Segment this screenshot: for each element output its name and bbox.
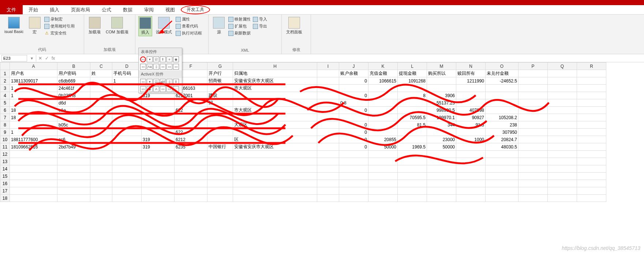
cell[interactable] bbox=[486, 173, 518, 180]
cell[interactable] bbox=[175, 187, 207, 195]
cell[interactable] bbox=[339, 158, 368, 165]
cell[interactable] bbox=[142, 151, 175, 158]
xml-source-button[interactable]: 源 bbox=[211, 16, 226, 36]
cell[interactable]: 50000 bbox=[368, 143, 398, 151]
spinner-control-icon[interactable]: ⇕ bbox=[160, 56, 166, 62]
cell[interactable] bbox=[207, 195, 233, 202]
cell[interactable] bbox=[577, 121, 606, 129]
cell[interactable]: 8 bbox=[398, 92, 427, 99]
cell[interactable] bbox=[57, 187, 90, 195]
cell[interactable] bbox=[577, 85, 606, 92]
cell[interactable]: 开户行 bbox=[207, 70, 233, 77]
ax-text-icon[interactable]: ▯ bbox=[166, 79, 172, 85]
col-header[interactable]: J bbox=[339, 63, 368, 70]
row-header[interactable]: 8 bbox=[0, 121, 10, 129]
ax-image-icon[interactable]: ▭ bbox=[160, 86, 166, 92]
cell[interactable] bbox=[518, 92, 548, 99]
cell[interactable] bbox=[339, 187, 368, 195]
cell[interactable] bbox=[10, 99, 57, 107]
import-button[interactable]: 导入 bbox=[253, 16, 267, 22]
run-dialog-button[interactable]: 执行对话框 bbox=[176, 30, 202, 36]
cell[interactable] bbox=[233, 180, 317, 187]
corner-cell[interactable] bbox=[0, 63, 10, 70]
cell[interactable] bbox=[142, 114, 175, 121]
cell[interactable] bbox=[112, 114, 142, 121]
tab-file[interactable]: 文件 bbox=[0, 5, 23, 14]
cell[interactable] bbox=[90, 114, 112, 121]
cell[interactable] bbox=[90, 99, 112, 107]
cell[interactable]: 199970.1 bbox=[427, 114, 456, 121]
cell[interactable] bbox=[398, 99, 427, 107]
cell[interactable] bbox=[10, 165, 57, 173]
cell[interactable] bbox=[368, 114, 398, 121]
cell[interactable] bbox=[398, 129, 427, 136]
cell[interactable] bbox=[486, 151, 518, 158]
combo2-control-icon[interactable]: ▭ bbox=[166, 64, 172, 70]
cell[interactable] bbox=[57, 165, 90, 173]
cell[interactable] bbox=[142, 99, 175, 107]
cell[interactable]: 18811777600 bbox=[10, 136, 57, 143]
cell[interactable] bbox=[427, 77, 456, 85]
cell[interactable] bbox=[112, 85, 142, 92]
cell[interactable] bbox=[112, 143, 142, 151]
cell[interactable] bbox=[112, 195, 142, 202]
cell[interactable]: 用户名 bbox=[10, 70, 57, 77]
cell[interactable]: 建设 bbox=[207, 92, 233, 99]
cell[interactable] bbox=[518, 143, 548, 151]
cell[interactable]: 归属地 bbox=[233, 70, 317, 77]
cell[interactable] bbox=[368, 173, 398, 180]
cell[interactable] bbox=[518, 195, 548, 202]
cell[interactable]: 18 bbox=[10, 107, 57, 114]
cell[interactable]: 市大观区 bbox=[233, 107, 317, 114]
cell[interactable] bbox=[317, 195, 339, 202]
cell[interactable] bbox=[90, 77, 112, 85]
cell[interactable] bbox=[10, 187, 57, 195]
cell[interactable] bbox=[368, 195, 398, 202]
cell[interactable] bbox=[112, 136, 142, 143]
cell[interactable] bbox=[398, 165, 427, 173]
cell[interactable] bbox=[142, 195, 175, 202]
cell[interactable] bbox=[577, 158, 606, 165]
cell[interactable] bbox=[518, 129, 548, 136]
cell[interactable] bbox=[317, 136, 339, 143]
cell[interactable] bbox=[548, 114, 577, 121]
cell[interactable]: 1000 bbox=[456, 136, 486, 143]
cell[interactable] bbox=[142, 187, 175, 195]
cell[interactable]: 0 bbox=[339, 129, 368, 136]
cell[interactable] bbox=[233, 114, 317, 121]
cell[interactable] bbox=[90, 107, 112, 114]
cell[interactable] bbox=[339, 114, 368, 121]
col-header[interactable]: M bbox=[427, 63, 456, 70]
ax-toggle-icon[interactable]: ▭ bbox=[166, 86, 172, 92]
cell[interactable] bbox=[518, 158, 548, 165]
name-box-dropdown-icon[interactable]: ▾ bbox=[29, 56, 35, 61]
row-header[interactable]: 7 bbox=[0, 114, 10, 121]
cell[interactable] bbox=[142, 165, 175, 173]
cell[interactable] bbox=[233, 165, 317, 173]
row-header[interactable]: 16 bbox=[0, 180, 10, 187]
cell[interactable] bbox=[518, 114, 548, 121]
cell[interactable] bbox=[577, 129, 606, 136]
cell[interactable] bbox=[577, 180, 606, 187]
cell[interactable] bbox=[317, 151, 339, 158]
cell[interactable]: 招 bbox=[207, 99, 233, 107]
cell[interactable] bbox=[577, 151, 606, 158]
cell[interactable] bbox=[207, 107, 233, 114]
col-header[interactable]: L bbox=[398, 63, 427, 70]
cell[interactable] bbox=[317, 173, 339, 180]
cell[interactable] bbox=[233, 129, 317, 136]
cell[interactable] bbox=[368, 180, 398, 187]
cell[interactable] bbox=[317, 77, 339, 85]
cell[interactable] bbox=[486, 85, 518, 92]
cell[interactable] bbox=[112, 92, 142, 99]
cell[interactable]: 中国银行 bbox=[207, 143, 233, 151]
cell[interactable] bbox=[233, 195, 317, 202]
cell[interactable] bbox=[486, 187, 518, 195]
cell[interactable] bbox=[427, 173, 456, 180]
name-box[interactable]: E23 bbox=[1, 55, 27, 62]
cell[interactable] bbox=[10, 121, 57, 129]
cell[interactable] bbox=[142, 129, 175, 136]
cell[interactable] bbox=[577, 143, 606, 151]
cell[interactable] bbox=[317, 99, 339, 107]
cell[interactable] bbox=[368, 107, 398, 114]
